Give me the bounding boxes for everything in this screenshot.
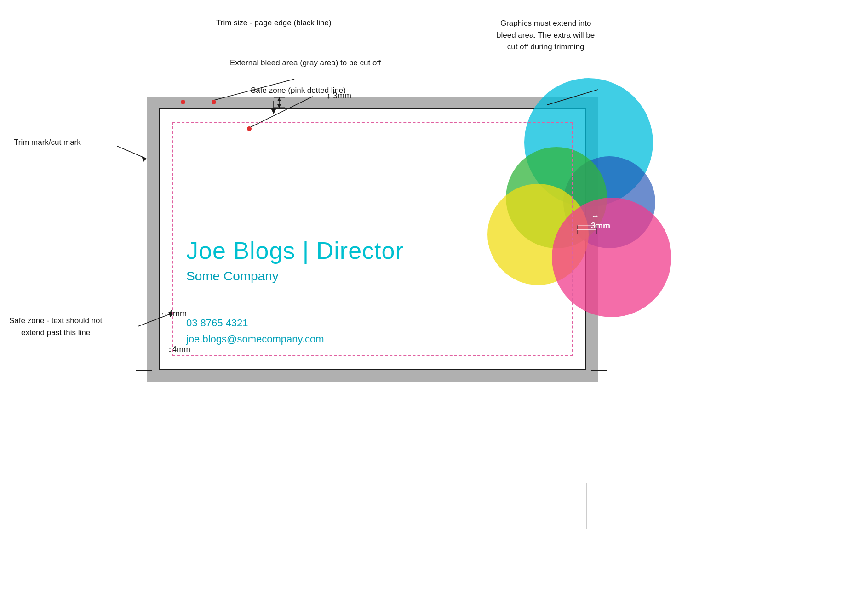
trim-mark-tl-vertical (159, 85, 159, 101)
label-trim-size: Trim size - page edge (black line) (216, 17, 332, 29)
label-graphics-must: Graphics must extend intobleed area. The… (497, 17, 595, 53)
main-container: Joe Blogs | Director Some Company 03 876… (0, 0, 848, 616)
label-safe-zone: Safe zone (pink dotted line) (251, 85, 346, 96)
diagram-area: Joe Blogs | Director Some Company 03 876… (55, 23, 791, 437)
label-external-bleed: External bleed area (gray area) to be cu… (230, 57, 381, 68)
label-safe-zone-text: Safe zone - text should not extend past … (9, 315, 102, 338)
trim-mark-tr-vertical (585, 85, 585, 101)
trim-mark-tr-horizontal (591, 108, 607, 108)
trim-mark-tl-horizontal (136, 108, 152, 108)
reg-line-right (586, 483, 587, 529)
label-trim-mark: Trim mark/cut mark (14, 137, 81, 148)
dim-4mm-left: ↔4mm (160, 309, 187, 319)
trim-mark-br-horizontal (591, 370, 607, 371)
dim-3mm-right: ↔3mm (591, 211, 610, 231)
dim-4mm-bottom: ↕4mm (168, 345, 190, 354)
trim-mark-br-vertical (585, 370, 585, 386)
trim-mark-bl-horizontal (136, 370, 152, 371)
trim-mark-bl-vertical (159, 370, 159, 386)
reg-line-left (205, 483, 205, 529)
trim-box (159, 108, 586, 370)
label-extend-past: extend past this line (21, 328, 90, 337)
